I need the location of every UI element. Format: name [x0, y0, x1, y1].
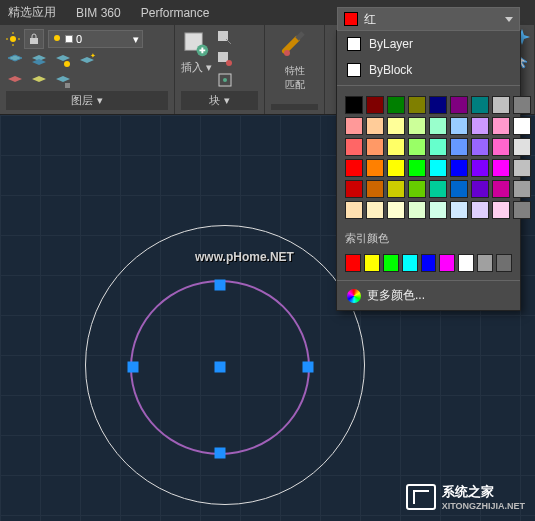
palette-cell[interactable]: [471, 138, 489, 156]
layer-dropdown[interactable]: 0 ▾: [48, 30, 143, 48]
grip-left[interactable]: [128, 362, 139, 373]
palette-cell[interactable]: [429, 201, 447, 219]
color-bylayer[interactable]: ByLayer: [337, 31, 520, 57]
svg-point-0: [10, 36, 16, 42]
layer-tool-4[interactable]: ✦: [78, 52, 96, 70]
palette-cell[interactable]: [387, 159, 405, 177]
color-byblock[interactable]: ByBlock: [337, 57, 520, 83]
palette-cell[interactable]: [387, 201, 405, 219]
palette-cell[interactable]: [408, 201, 426, 219]
palette-cell[interactable]: [387, 117, 405, 135]
palette-cell[interactable]: [408, 96, 426, 114]
palette-cell[interactable]: [408, 117, 426, 135]
palette-cell[interactable]: [450, 180, 468, 198]
palette-cell[interactable]: [471, 180, 489, 198]
tab-performance[interactable]: Performance: [141, 6, 210, 20]
layer-tool-7[interactable]: [54, 73, 72, 91]
palette-cell[interactable]: [366, 159, 384, 177]
palette-cell[interactable]: [366, 96, 384, 114]
layer-tool-5[interactable]: [6, 73, 24, 91]
palette-cell[interactable]: [345, 201, 363, 219]
palette-cell[interactable]: [513, 138, 531, 156]
index-color-cell[interactable]: [345, 254, 361, 272]
index-color-cell[interactable]: [402, 254, 418, 272]
palette-cell[interactable]: [366, 117, 384, 135]
palette-cell[interactable]: [471, 159, 489, 177]
palette-cell[interactable]: [450, 201, 468, 219]
tab-bim360[interactable]: BIM 360: [76, 6, 121, 20]
watermark-xitong: 系统之家 XITONGZHIJIA.NET: [406, 483, 525, 511]
grip-top[interactable]: [215, 280, 226, 291]
index-color-cell[interactable]: [458, 254, 474, 272]
palette-cell[interactable]: [492, 138, 510, 156]
palette-cell[interactable]: [366, 201, 384, 219]
palette-cell[interactable]: [387, 180, 405, 198]
palette-cell[interactable]: [492, 180, 510, 198]
index-color-cell[interactable]: [439, 254, 455, 272]
palette-cell[interactable]: [513, 201, 531, 219]
palette-cell[interactable]: [429, 180, 447, 198]
grip-bottom[interactable]: [215, 448, 226, 459]
palette-cell[interactable]: [345, 96, 363, 114]
palette-cell[interactable]: [345, 138, 363, 156]
palette-cell[interactable]: [450, 117, 468, 135]
layer-tool-6[interactable]: [30, 73, 48, 91]
panel-title-block[interactable]: 块 ▾: [181, 91, 258, 110]
palette-cell[interactable]: [366, 180, 384, 198]
block-tool-1[interactable]: [216, 29, 234, 47]
palette-cell[interactable]: [429, 159, 447, 177]
palette-cell[interactable]: [345, 117, 363, 135]
palette-cell[interactable]: [471, 117, 489, 135]
palette-cell[interactable]: [387, 96, 405, 114]
palette-cell[interactable]: [492, 201, 510, 219]
grip-right[interactable]: [303, 362, 314, 373]
block-tool-3[interactable]: [216, 71, 234, 89]
layer-tool-2[interactable]: [30, 52, 48, 70]
palette-cell[interactable]: [345, 159, 363, 177]
palette-cell[interactable]: [429, 96, 447, 114]
palette-cell[interactable]: [366, 138, 384, 156]
block-tool-2[interactable]: [216, 50, 234, 68]
tab-featured[interactable]: 精选应用: [8, 4, 56, 21]
panel-match-footer: [271, 104, 318, 110]
index-color-cell[interactable]: [383, 254, 399, 272]
palette-cell[interactable]: [408, 159, 426, 177]
palette-cell[interactable]: [429, 138, 447, 156]
palette-cell[interactable]: [471, 96, 489, 114]
lock-icon[interactable]: [24, 29, 44, 49]
palette-cell[interactable]: [450, 96, 468, 114]
palette-cell[interactable]: [429, 117, 447, 135]
chevron-down-icon: ▾: [133, 33, 139, 46]
palette-cell[interactable]: [450, 159, 468, 177]
svg-point-6: [54, 35, 60, 41]
palette-cell[interactable]: [345, 180, 363, 198]
index-color-cell[interactable]: [421, 254, 437, 272]
grip-center[interactable]: [215, 362, 226, 373]
current-color-swatch: [344, 12, 358, 26]
more-colors[interactable]: 更多颜色...: [337, 280, 520, 310]
palette-cell[interactable]: [408, 138, 426, 156]
svg-point-17: [284, 50, 290, 56]
palette-cell[interactable]: [471, 201, 489, 219]
palette-cell[interactable]: [450, 138, 468, 156]
palette-cell[interactable]: [513, 180, 531, 198]
match-properties-icon[interactable]: [279, 29, 311, 61]
palette-cell[interactable]: [492, 117, 510, 135]
svg-point-16: [223, 78, 227, 82]
panel-title-layer[interactable]: 图层 ▾: [6, 91, 168, 110]
palette-cell[interactable]: [387, 138, 405, 156]
insert-icon[interactable]: [181, 29, 212, 60]
palette-cell[interactable]: [513, 159, 531, 177]
index-color-cell[interactable]: [496, 254, 512, 272]
palette-cell[interactable]: [492, 159, 510, 177]
palette-cell[interactable]: [513, 117, 531, 135]
palette-cell[interactable]: [513, 96, 531, 114]
layer-tool-3[interactable]: [54, 52, 72, 70]
layer-tool-1[interactable]: [6, 52, 24, 70]
index-color-cell[interactable]: [364, 254, 380, 272]
index-color-cell[interactable]: [477, 254, 493, 272]
palette-cell[interactable]: [492, 96, 510, 114]
svg-rect-9: [65, 83, 70, 88]
palette-cell[interactable]: [408, 180, 426, 198]
color-current[interactable]: 红: [337, 7, 520, 31]
